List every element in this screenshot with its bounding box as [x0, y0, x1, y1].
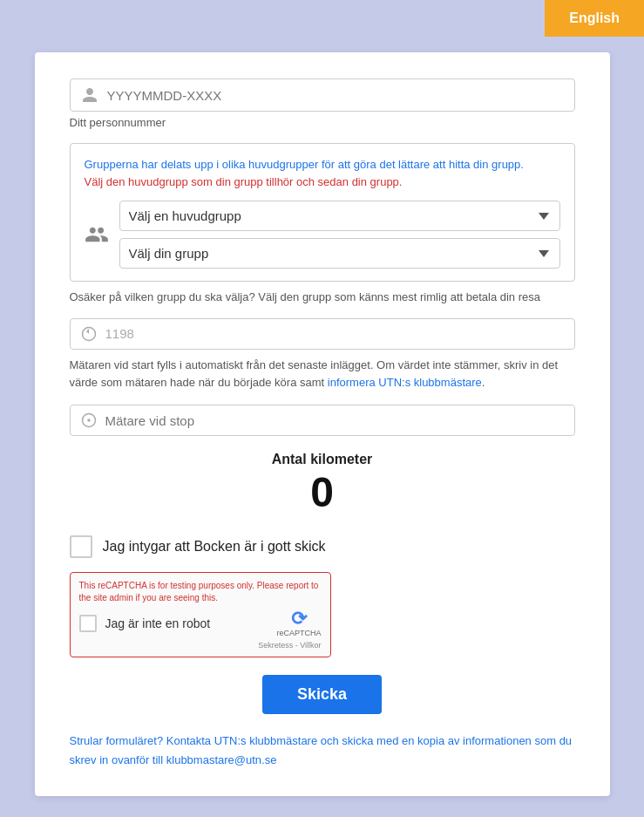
condition-checkbox[interactable] [70, 535, 92, 558]
meter-start-value: 1198 [105, 326, 134, 341]
sub-group-select[interactable]: Välj din grupp [119, 238, 560, 269]
person-icon [81, 86, 98, 104]
recaptcha-error-text: This reCAPTCHA is for testing purposes o… [79, 580, 322, 604]
checkbox-section: Jag intygar att Bocken är i gott skick [70, 535, 575, 558]
group-info-line2: Välj den huvudgrupp som din grupp tillhö… [85, 175, 403, 188]
personal-number-input-wrapper [70, 78, 575, 112]
group-icon [85, 222, 109, 247]
svg-marker-1 [86, 329, 89, 334]
group-row: Välj en huvudgrupp Välj din grupp [85, 201, 560, 269]
unsure-text: Osäker på vilken grupp du ska välja? Väl… [70, 289, 575, 306]
footer-link[interactable]: klubbmastare@utn.se [166, 753, 277, 766]
personal-number-section: Ditt personnummer [70, 78, 575, 129]
recaptcha-row: Jag är inte en robot ⟳ reCAPTCHA [79, 609, 322, 637]
recaptcha-footer: Sekretess - Villkor [79, 641, 322, 650]
recaptcha-logo: ⟳ reCAPTCHA [276, 609, 321, 637]
footer-text: Strular formuläret? Kontakta UTN:s klubb… [70, 732, 575, 770]
km-display: Antal kilometer 0 [70, 452, 575, 518]
english-button[interactable]: English [545, 0, 644, 37]
group-info-line1: Grupperna har delats upp i olika huvudgr… [85, 158, 524, 171]
recaptcha-logo-icon: ⟳ [291, 609, 307, 629]
personal-number-input[interactable] [107, 88, 564, 103]
group-section: Grupperna har delats upp i olika huvudgr… [70, 143, 575, 282]
meter-hint: Mätaren vid start fylls i automatiskt fr… [70, 357, 575, 393]
checkbox-label: Jag intygar att Bocken är i gott skick [103, 539, 326, 555]
recaptcha-widget: This reCAPTCHA is for testing purposes o… [70, 572, 331, 657]
footer-part1: Strular formuläret? Kontakta UTN:s klubb… [70, 734, 573, 766]
meter-stop-icon [81, 412, 97, 428]
recaptcha-checkbox[interactable] [79, 615, 97, 632]
group-info-text: Grupperna har delats upp i olika huvudgr… [85, 156, 560, 190]
svg-rect-3 [87, 419, 90, 422]
personal-number-label: Ditt personnummer [70, 116, 575, 129]
km-value: 0 [70, 467, 575, 518]
km-label: Antal kilometer [70, 452, 575, 467]
main-group-select[interactable]: Välj en huvudgrupp [119, 201, 560, 231]
selects-column: Välj en huvudgrupp Välj din grupp [119, 201, 560, 269]
meter-stop-input[interactable] [105, 413, 564, 428]
recaptcha-text: Jag är inte en robot [105, 616, 211, 630]
recaptcha-left: Jag är inte en robot [79, 615, 211, 632]
recaptcha-logo-text: reCAPTCHA [276, 629, 321, 637]
meter-hint-link[interactable]: informera UTN:s klubbmästare [328, 376, 482, 389]
submit-button[interactable]: Skicka [262, 675, 382, 714]
meter-start-icon [81, 326, 97, 342]
main-form-container: Ditt personnummer Grupperna har delats u… [35, 52, 610, 796]
meter-stop-section [70, 405, 575, 436]
meter-start-section: 1198 [70, 318, 575, 350]
